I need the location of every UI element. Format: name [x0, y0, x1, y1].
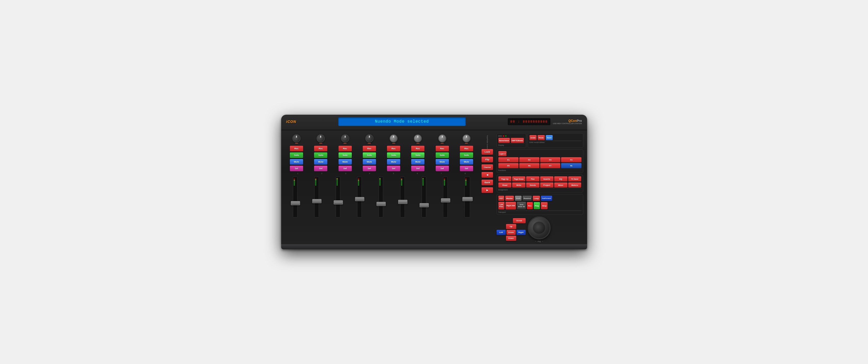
- project-btn[interactable]: Project: [540, 183, 553, 188]
- fader-handle-4[interactable]: [355, 197, 364, 201]
- down-btn[interactable]: Down: [506, 236, 516, 241]
- solo-btn-3[interactable]: Solo: [339, 152, 352, 158]
- mute-btn-6[interactable]: Mute: [411, 159, 425, 165]
- rewind-btn[interactable]: Rewind: [523, 196, 532, 201]
- channel-btn[interactable]: Channel: [482, 164, 493, 170]
- sel-btn-3[interactable]: Sel: [339, 166, 352, 171]
- fader-track-2[interactable]: [314, 177, 319, 217]
- shift-btn[interactable]: Shift: [515, 196, 522, 201]
- mixer-btn[interactable]: Mixer: [554, 183, 567, 188]
- knob-1[interactable]: [292, 134, 301, 143]
- sel-btn-5[interactable]: Sel: [387, 166, 400, 171]
- write-btn[interactable]: Write: [512, 183, 525, 188]
- rec-transport-btn[interactable]: Rec: [527, 202, 533, 209]
- vst-btn[interactable]: VST: [498, 196, 504, 201]
- scrub-btn[interactable]: Scrub: [513, 218, 526, 223]
- f6-btn[interactable]: F6: [519, 163, 539, 168]
- sel-btn-1[interactable]: Sel: [290, 166, 303, 171]
- mute-btn-7[interactable]: Mute: [436, 159, 449, 165]
- fader-track-3[interactable]: [336, 177, 340, 217]
- fader-track-6[interactable]: [400, 177, 405, 217]
- stop-btn[interactable]: Stop: [541, 202, 548, 209]
- fader-handle-2[interactable]: [312, 199, 321, 203]
- fader-handle-7[interactable]: [420, 203, 429, 207]
- sel-btn-7[interactable]: Sel: [436, 166, 449, 171]
- motors-btn[interactable]: Motors: [568, 183, 582, 188]
- pan-btn[interactable]: Pan: [526, 176, 539, 181]
- fast-forward-btn[interactable]: FastForward: [541, 196, 552, 201]
- f8-btn[interactable]: F8: [561, 163, 581, 168]
- sel-btn-8[interactable]: Sel: [460, 166, 473, 171]
- knob-8[interactable]: [462, 134, 471, 143]
- knob-5[interactable]: [390, 134, 398, 143]
- mute-btn-4[interactable]: Mute: [363, 159, 376, 165]
- left-arrow-btn[interactable]: ◀: [482, 172, 493, 178]
- page-down-btn[interactable]: Page Down: [512, 176, 525, 181]
- fader-handle-6[interactable]: [398, 200, 407, 204]
- lock-btn[interactable]: Lock: [482, 149, 493, 155]
- smpte-beats-btn[interactable]: SMPTE/Beats: [511, 138, 524, 143]
- right-nav-btn[interactable]: Right: [517, 230, 526, 235]
- fader-track-1[interactable]: [293, 177, 298, 217]
- fx-send-btn[interactable]: FX Send: [568, 176, 582, 181]
- mute-btn-8[interactable]: Mute: [460, 159, 473, 165]
- rec-btn-2[interactable]: Rec: [314, 146, 327, 151]
- save-btn[interactable]: Save: [546, 135, 553, 140]
- f2-btn[interactable]: F2: [519, 157, 539, 162]
- rec-btn-3[interactable]: Rec: [339, 146, 352, 151]
- fader-handle-8[interactable]: [441, 198, 450, 203]
- solo-btn-1[interactable]: Solo: [290, 152, 303, 158]
- rec-btn-6[interactable]: Rec: [411, 146, 425, 151]
- name-value-btn[interactable]: Name/Value: [498, 138, 510, 143]
- rec-btn-7[interactable]: Rec: [436, 146, 449, 151]
- play-btn[interactable]: Play: [534, 202, 540, 209]
- rec-btn-5[interactable]: Rec: [387, 146, 400, 151]
- knob-2[interactable]: [317, 134, 325, 143]
- mute-btn-2[interactable]: Mute: [314, 159, 327, 165]
- knob-4[interactable]: [365, 134, 373, 143]
- sel-btn-2[interactable]: Sel: [314, 166, 327, 171]
- left-prev-btn[interactable]: LeftPrev.: [498, 202, 505, 210]
- sel-btn-6[interactable]: Sel: [411, 166, 425, 171]
- solo-btn-5[interactable]: Solo: [387, 152, 400, 158]
- mute-btn-5[interactable]: Mute: [387, 159, 400, 165]
- mute-btn-3[interactable]: Mute: [339, 159, 352, 165]
- rec-btn-4[interactable]: Rec: [363, 146, 376, 151]
- master-btn[interactable]: Master: [505, 196, 514, 201]
- redo-btn[interactable]: Redo: [538, 135, 545, 140]
- rec-btn-1[interactable]: Rec: [290, 146, 303, 151]
- left-nav-btn[interactable]: Left: [497, 230, 506, 235]
- fader-track-7[interactable]: [422, 177, 426, 217]
- master-fader-handle[interactable]: [462, 197, 473, 201]
- sel-btn-4[interactable]: Sel: [363, 166, 376, 171]
- solo-btn-4[interactable]: Solo: [363, 152, 376, 158]
- rec-btn-8[interactable]: Rec: [460, 146, 473, 151]
- f5-btn[interactable]: F5: [498, 163, 519, 168]
- f1-btn[interactable]: F1: [498, 157, 519, 162]
- solo-btn-8[interactable]: Solo: [460, 152, 473, 158]
- mute-btn-1[interactable]: Mute: [290, 159, 303, 165]
- fader-track-5[interactable]: [378, 177, 383, 217]
- solo-mute-btn[interactable]: SoloMute All: [517, 202, 526, 210]
- solo-btn-2[interactable]: Solo: [314, 152, 327, 158]
- layer2-btn[interactable]: Layer 2: [498, 151, 507, 156]
- loop-btn[interactable]: Loop: [533, 196, 540, 201]
- fader-handle-3[interactable]: [334, 200, 343, 205]
- fader-track-4[interactable]: [357, 177, 362, 217]
- right-arrow-btn[interactable]: ▶: [482, 187, 493, 193]
- inserts-btn[interactable]: Inserts: [540, 176, 553, 181]
- up-btn[interactable]: Up: [506, 224, 516, 229]
- f7-btn[interactable]: F7: [540, 163, 560, 168]
- right-add-btn[interactable]: Right Add: [505, 202, 516, 210]
- master-fader-track[interactable]: [464, 177, 470, 217]
- knob-7[interactable]: [438, 134, 446, 143]
- solo-btn-7[interactable]: Solo: [436, 152, 449, 158]
- jog-wheel[interactable]: [528, 216, 551, 239]
- undo-btn[interactable]: Undo: [529, 135, 537, 140]
- eq-btn[interactable]: EQ: [554, 176, 567, 181]
- f4-btn[interactable]: F4: [561, 157, 581, 162]
- bank-btn[interactable]: Bank: [482, 180, 493, 185]
- solo-btn-6[interactable]: Solo: [411, 152, 425, 158]
- knob-3[interactable]: [341, 134, 349, 143]
- zoom-btn[interactable]: Zoom: [506, 230, 516, 235]
